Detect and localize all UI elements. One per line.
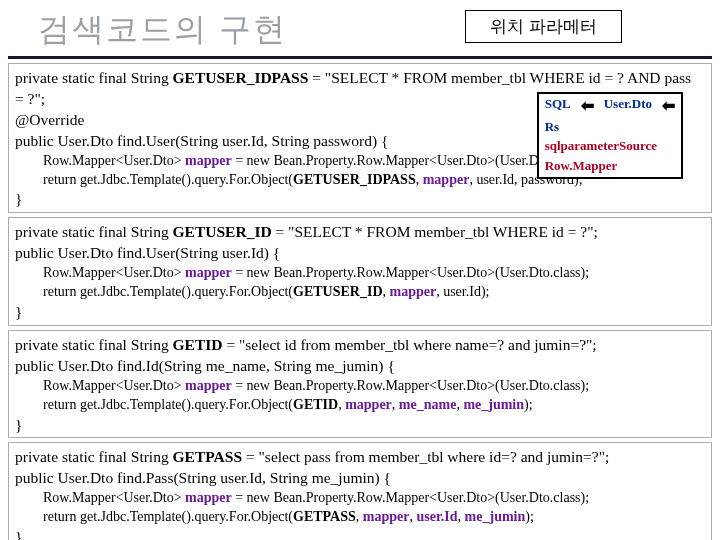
code-text: Row.Mapper<User.Dto> [43,153,185,168]
code-text: private static final String [15,69,173,86]
code-text: ); [525,509,534,524]
callout-sql: SQL [541,96,575,117]
code-line: Row.Mapper<User.Dto> mapper = new Bean.P… [15,377,705,396]
code-var: mapper [345,397,392,412]
code-text: Row.Mapper<User.Dto> [43,265,185,280]
code-text: , user.Id); [436,284,489,299]
code-line: private static final String GETUSER_IDPA… [15,68,705,89]
slide-header: 검색코드의 구현 위치 파라메터 [8,6,712,59]
code-text: , [416,172,423,187]
arrow-left-icon: ⬅ [577,96,598,117]
code-var: mapper [423,172,470,187]
code-arg: user.Id [416,509,457,524]
code-line: public User.Dto find.Id(String me_name, … [15,356,705,377]
code-block-1: SQL ⬅ User.Dto ⬅ Rs sqlparameterSource R… [8,63,712,213]
code-text: return get.Jdbc.Template().query.For.Obj… [43,509,293,524]
code-const: GETUSER_IDPASS [293,172,416,187]
code-var: mapper [185,153,232,168]
code-line: return get.Jdbc.Template().query.For.Obj… [15,283,705,302]
code-line: return get.Jdbc.Template().query.For.Obj… [15,508,705,527]
code-text: = "SELECT * FROM member_tbl WHERE id = ?… [272,223,598,240]
code-text: = new Bean.Property.Row.Mapper<User.Dto>… [232,265,589,280]
code-line: } [15,302,705,323]
code-text: = "select id from member_tbl where name=… [226,336,596,353]
code-text: Row.Mapper<User.Dto> [43,378,185,393]
code-text: = new Bean.Property.Row.Mapper<User.Dto>… [232,490,589,505]
code-text: ); [524,397,533,412]
code-var: mapper [185,265,232,280]
code-line: } [15,189,705,210]
code-const: GETPASS [293,509,356,524]
code-text: return get.Jdbc.Template().query.For.Obj… [43,284,293,299]
code-line: Row.Mapper<User.Dto> mapper = new Bean.P… [15,489,705,508]
code-text: return get.Jdbc.Template().query.For.Obj… [43,172,293,187]
topic-badge: 위치 파라메터 [465,10,622,43]
code-text: , [392,397,399,412]
code-const: GETUSER_ID [293,284,382,299]
code-text: Row.Mapper<User.Dto> [43,490,185,505]
code-text: = new Bean.Property.Row.Mapper<User.Dto>… [232,378,589,393]
code-const: GETUSER_IDPASS [173,69,309,86]
callout-box: SQL ⬅ User.Dto ⬅ Rs sqlparameterSource R… [537,92,683,179]
code-line: private static final String GETUSER_ID =… [15,222,705,243]
code-var: mapper [363,509,410,524]
code-text: , [458,509,465,524]
page-title: 검색코드의 구현 [38,8,287,52]
code-line: return get.Jdbc.Template().query.For.Obj… [15,396,705,415]
code-text: = "select pass from member_tbl where id=… [246,448,609,465]
code-block-3: private static final String GETID = "sel… [8,330,712,439]
code-text: = "SELECT * FROM member_tbl WHERE id = ?… [308,69,691,86]
code-line: public User.Dto find.Pass(String user.Id… [15,468,705,489]
code-line: private static final String GETID = "sel… [15,335,705,356]
code-const: GETID [173,336,227,353]
code-line: private static final String GETPASS = "s… [15,447,705,468]
code-var: mapper [185,378,232,393]
arrow-left-icon: ⬅ [658,96,679,117]
code-text: private static final String [15,336,173,353]
code-text: private static final String [15,223,173,240]
code-var: mapper [185,490,232,505]
code-block-2: private static final String GETUSER_ID =… [8,217,712,326]
code-arg: me_jumin [465,509,526,524]
code-block-4: private static final String GETPASS = "s… [8,442,712,540]
callout-rowmapper: Row.Mapper [541,158,679,175]
code-const: GETID [293,397,338,412]
code-arg: me_jumin [463,397,524,412]
code-text: = new Bean.Property.Row.Mapper<User.Dto>… [232,153,589,168]
code-line: } [15,415,705,436]
code-text: , [383,284,390,299]
code-text: return get.Jdbc.Template().query.For.Obj… [43,397,293,412]
callout-rs: Rs [541,119,575,136]
code-arg: me_name [399,397,457,412]
code-line: public User.Dto find.User(String user.Id… [15,243,705,264]
code-line: Row.Mapper<User.Dto> mapper = new Bean.P… [15,264,705,283]
code-const: GETPASS [173,448,246,465]
callout-userdto: User.Dto [600,96,656,117]
code-line: } [15,527,705,540]
code-text: private static final String [15,448,173,465]
code-const: GETUSER_ID [173,223,272,240]
code-var: mapper [390,284,437,299]
code-text: , [356,509,363,524]
callout-sqlparam: sqlparameterSource [541,138,679,155]
